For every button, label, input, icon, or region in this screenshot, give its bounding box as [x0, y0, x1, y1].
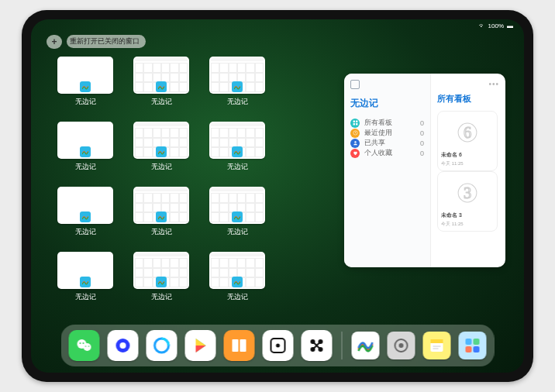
panel-right-title: 所有看板: [437, 93, 499, 105]
window-thumbnail: [209, 57, 265, 94]
sidebar-item-label: 已共享: [364, 138, 385, 148]
sidebar-toggle-icon[interactable]: [350, 80, 360, 89]
dice-icon[interactable]: [263, 330, 294, 361]
panel-toolbar: [350, 80, 424, 89]
sidebar-item[interactable]: 最近使用0: [350, 128, 424, 138]
window-thumbnail: [133, 122, 189, 159]
freeform-app-icon: [232, 211, 243, 222]
window-tile[interactable]: 无边记: [130, 57, 192, 112]
sidebar-item[interactable]: 所有看板0: [350, 118, 424, 128]
window-tile[interactable]: 无边记: [54, 57, 116, 112]
reopen-closed-window-pill[interactable]: 重新打开已关闭的窗口: [67, 35, 146, 48]
window-thumbnail: [209, 252, 265, 289]
quark-icon[interactable]: [108, 330, 139, 361]
window-tile[interactable]: 无边记: [206, 187, 268, 242]
window-thumbnail: [57, 57, 113, 94]
freeform-app-icon: [232, 146, 243, 157]
board-card[interactable]: 6未命名 6今天 11:25: [437, 111, 498, 171]
panel-sidebar: 无边记 所有看板0最近使用0已共享0个人收藏0: [344, 74, 431, 267]
settings-icon[interactable]: [388, 332, 415, 359]
freeform-app-icon: [80, 211, 91, 222]
window-tile[interactable]: 无边记: [130, 252, 192, 308]
sidebar-item-label: 最近使用: [364, 128, 392, 138]
window-label: 无边记: [227, 162, 248, 172]
dock-separator: [342, 332, 343, 359]
svg-rect-1: [356, 121, 357, 122]
window-thumbnail: [133, 187, 189, 224]
window-label: 无边记: [75, 227, 96, 237]
card-title: 未命名 3: [441, 211, 494, 219]
svg-point-12: [80, 342, 81, 344]
svg-text:3: 3: [464, 184, 471, 201]
window-label: 无边记: [151, 162, 172, 172]
svg-point-22: [276, 344, 280, 348]
svg-rect-30: [431, 339, 443, 343]
card-sketch: 3: [441, 175, 494, 210]
window-tile[interactable]: 无边记: [206, 57, 268, 112]
window-thumbnail: [57, 187, 113, 224]
clock-icon: [350, 129, 360, 138]
freeform-app-icon: [232, 81, 243, 92]
svg-point-5: [354, 141, 356, 143]
svg-rect-34: [474, 339, 480, 345]
plus-icon: +: [51, 36, 57, 47]
svg-text:6: 6: [464, 123, 471, 140]
window-tile[interactable]: 无边记: [54, 187, 116, 242]
freeform-app-icon: [156, 146, 167, 157]
card-subtitle: 今天 11:25: [441, 221, 494, 228]
window-label: 无边记: [151, 227, 172, 237]
window-thumbnail: [133, 57, 189, 94]
window-label: 无边记: [227, 292, 248, 302]
svg-rect-2: [353, 123, 354, 125]
freeform-icon[interactable]: [352, 332, 380, 359]
connect-icon[interactable]: [302, 330, 333, 361]
status-right: ᯤ 100% ▬: [479, 22, 513, 29]
sidebar-item[interactable]: 已共享0: [350, 138, 424, 148]
window-tile[interactable]: 无边记: [130, 187, 192, 242]
board-card[interactable]: 3未命名 3今天 11:25: [437, 171, 498, 232]
person-icon: [350, 139, 360, 148]
svg-point-28: [399, 343, 404, 348]
window-tile[interactable]: 无边记: [130, 122, 192, 177]
wifi-icon: ᯤ: [479, 22, 485, 29]
freeform-app-icon: [80, 277, 91, 287]
apps-icon[interactable]: [459, 332, 487, 359]
freeform-app-icon: [80, 146, 91, 157]
window-thumbnail: [209, 122, 265, 159]
window-tile[interactable]: 无边记: [206, 122, 268, 177]
svg-point-17: [120, 342, 126, 349]
window-label: 无边记: [151, 97, 172, 107]
more-icon[interactable]: •••: [437, 80, 499, 88]
window-tile[interactable]: 无边记: [54, 122, 116, 177]
window-label: 无边记: [75, 292, 96, 302]
battery-icon: ▬: [507, 22, 513, 29]
window-tile[interactable]: 无边记: [206, 252, 268, 308]
svg-point-11: [84, 343, 91, 351]
notes-icon[interactable]: [423, 332, 451, 359]
svg-rect-20: [240, 339, 246, 352]
svg-point-14: [85, 346, 87, 347]
window-label: 无边记: [75, 162, 96, 172]
play-icon[interactable]: [185, 330, 216, 361]
svg-rect-0: [353, 121, 354, 122]
window-tile[interactable]: 无边记: [54, 252, 116, 308]
window-label: 无边记: [75, 97, 96, 107]
wechat-icon[interactable]: [69, 330, 100, 361]
panel-content: ••• 所有看板 6未命名 6今天 11:253未命名 3今天 11:25: [431, 74, 505, 267]
freeform-app-icon: [80, 81, 91, 92]
sidebar-item-count: 0: [420, 150, 424, 157]
freeform-app-icon: [232, 277, 243, 287]
freeform-panel[interactable]: 无边记 所有看板0最近使用0已共享0个人收藏0 ••• 所有看板 6未命名 6今…: [344, 74, 505, 267]
reopen-label: 重新打开已关闭的窗口: [70, 36, 140, 46]
new-window-button[interactable]: +: [47, 35, 62, 49]
sidebar-item[interactable]: 个人收藏0: [350, 148, 424, 158]
battery-label: 100%: [488, 22, 504, 29]
dock: [61, 325, 495, 366]
books-icon[interactable]: [224, 330, 255, 361]
sidebar-item-label: 所有看板: [364, 118, 392, 128]
freeform-app-icon: [156, 277, 167, 287]
heart-icon: [350, 149, 360, 158]
qqbrowser-icon[interactable]: [147, 330, 178, 361]
card-subtitle: 今天 11:25: [441, 160, 494, 167]
svg-rect-33: [466, 339, 472, 345]
